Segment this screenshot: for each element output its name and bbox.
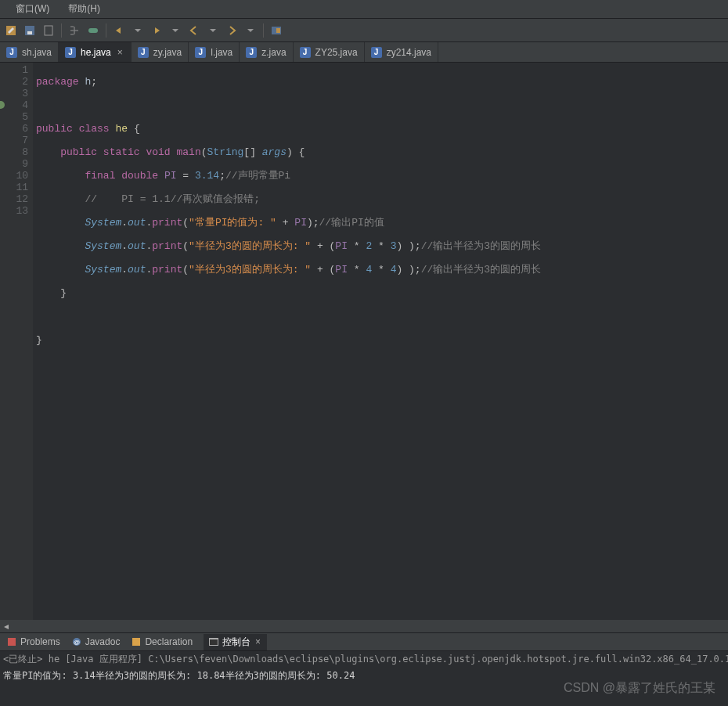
tab-zy25-java[interactable]: J ZY25.java — [294, 42, 365, 62]
java-file-icon: J — [246, 47, 257, 58]
tool-redo-drop-icon[interactable] — [168, 23, 183, 38]
svg-rect-3 — [45, 26, 52, 35]
line-number: 10 — [0, 170, 28, 182]
java-file-icon: J — [371, 47, 382, 58]
java-file-icon: J — [300, 47, 311, 58]
toolbar-separator — [61, 23, 62, 38]
tool-undo-icon[interactable] — [111, 23, 127, 38]
close-icon[interactable]: × — [254, 636, 262, 647]
console-output: 常量PI的值为: 3.14半径为3的圆的周长为: 18.84半径为3的圆的周长为… — [0, 668, 728, 684]
line-number: 3 — [0, 88, 28, 99]
tab-z-java[interactable]: J z.java — [240, 42, 293, 62]
line-number: 13 — [0, 205, 28, 217]
tab-he-java[interactable]: J he.java × — [59, 42, 132, 62]
line-number: 6 — [0, 123, 28, 135]
tab-sh-java[interactable]: J sh.java — [0, 42, 59, 62]
problems-icon — [6, 636, 17, 647]
code-editor[interactable]: 1 2 3 4 5 6 7 8 9 10 11 12 13 package h;… — [0, 63, 728, 620]
line-number: 9 — [0, 158, 28, 170]
tool-forward-drop-icon[interactable] — [243, 23, 258, 38]
line-number: 11 — [0, 182, 28, 193]
line-number: 5 — [0, 111, 28, 123]
tab-console[interactable]: 控制台 × — [204, 634, 267, 650]
tool-save-icon[interactable] — [22, 23, 38, 38]
tool-undo-drop-icon[interactable] — [130, 23, 146, 38]
toolbar-separator — [106, 23, 106, 38]
tab-label: zy214.java — [387, 47, 431, 58]
horizontal-scrollbar[interactable]: ◂ — [0, 620, 728, 632]
bottom-panel-tabs: Problems @ Javadoc Declaration 控制台 × — [0, 632, 728, 651]
line-number: 12 — [0, 193, 28, 205]
tab-zy214-java[interactable]: J zy214.java — [365, 42, 438, 62]
svg-rect-10 — [132, 638, 140, 646]
tool-toggle-icon[interactable] — [85, 23, 101, 38]
tool-back-icon[interactable] — [186, 23, 202, 38]
tab-label: z.java — [261, 47, 286, 58]
tab-label: 控制台 — [222, 636, 250, 649]
line-number: 7 — [0, 135, 28, 146]
java-file-icon: J — [195, 47, 206, 58]
tab-label: Declaration — [145, 636, 193, 647]
line-number-gutter: 1 2 3 4 5 6 7 8 9 10 11 12 13 — [0, 63, 33, 620]
tab-label: Javadoc — [85, 636, 121, 647]
svg-rect-7 — [8, 638, 16, 646]
code-area[interactable]: package h; public class he { public stat… — [33, 63, 728, 620]
tool-tree-icon[interactable] — [67, 23, 82, 38]
breakpoint-marker[interactable] — [0, 101, 5, 109]
svg-text:@: @ — [74, 639, 80, 646]
tab-label: ZY25.java — [315, 47, 358, 58]
console-icon — [208, 636, 219, 647]
svg-rect-4 — [88, 28, 98, 33]
tab-label: Problems — [20, 636, 60, 647]
java-file-icon: J — [138, 47, 149, 58]
menu-help[interactable]: 帮助(H) — [68, 2, 100, 16]
scroll-left-icon[interactable]: ◂ — [0, 621, 13, 632]
tool-back-drop-icon[interactable] — [205, 23, 221, 38]
declaration-icon — [131, 636, 142, 647]
tab-zy-java[interactable]: J zy.java — [132, 42, 189, 62]
tool-forward-icon[interactable] — [224, 23, 240, 38]
tool-perspective-icon[interactable] — [268, 23, 284, 38]
line-number: 4 — [0, 99, 28, 111]
svg-rect-12 — [210, 639, 218, 645]
console-header: <已终止> he [Java 应用程序] C:\Users\feven\Down… — [0, 651, 728, 668]
tab-declaration[interactable]: Declaration — [131, 636, 193, 647]
line-number: 1 — [0, 64, 28, 76]
console-panel: <已终止> he [Java 应用程序] C:\Users\feven\Down… — [0, 651, 728, 706]
line-number: 8 — [0, 146, 28, 158]
menu-bar: 窗口(W) 帮助(H) — [0, 0, 728, 19]
tool-redo-icon[interactable] — [149, 23, 164, 38]
tab-label: sh.java — [22, 47, 52, 58]
svg-rect-6 — [276, 28, 280, 33]
java-file-icon: J — [65, 47, 76, 58]
menu-window[interactable]: 窗口(W) — [16, 2, 49, 16]
tab-l-java[interactable]: J l.java — [189, 42, 240, 62]
toolbar-separator — [263, 23, 264, 38]
svg-rect-2 — [27, 31, 32, 34]
tab-label: zy.java — [153, 47, 182, 58]
line-number: 2 — [0, 76, 28, 88]
editor-tabs: J sh.java J he.java × J zy.java J l.java… — [0, 42, 728, 63]
javadoc-icon: @ — [71, 636, 82, 647]
tool-clip-icon[interactable] — [41, 23, 56, 38]
toolbar — [0, 19, 728, 42]
java-file-icon: J — [6, 47, 17, 58]
tab-label: he.java — [81, 47, 111, 58]
tab-label: l.java — [211, 47, 232, 58]
close-icon[interactable]: × — [116, 47, 124, 58]
tab-problems[interactable]: Problems — [6, 636, 60, 647]
tab-javadoc[interactable]: @ Javadoc — [71, 636, 121, 647]
tool-edit-icon[interactable] — [3, 23, 19, 38]
